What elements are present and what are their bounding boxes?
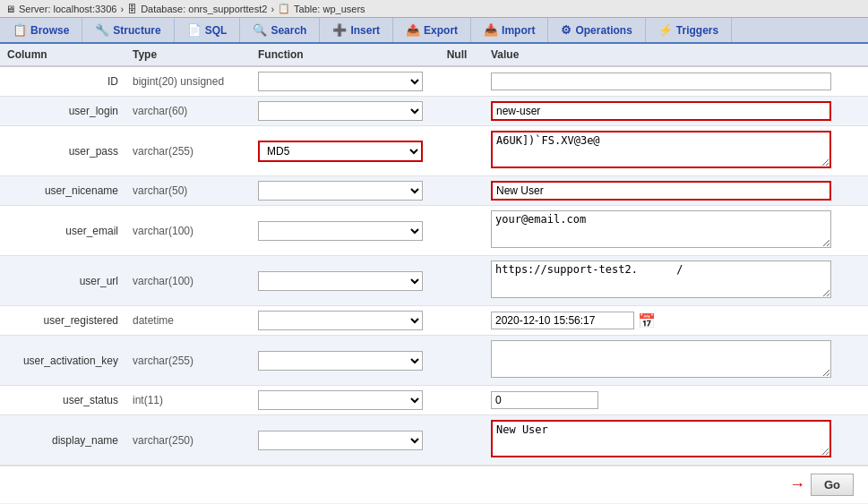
row-name-2: user_pass [0, 126, 125, 176]
tab-export[interactable]: 📤Export [393, 18, 471, 42]
calendar-icon[interactable]: 📅 [638, 312, 656, 329]
value-textarea-2[interactable] [491, 131, 831, 168]
function-select-6[interactable] [258, 311, 423, 330]
row-value-9[interactable] [484, 415, 868, 466]
row-function-5[interactable] [251, 256, 430, 306]
row-null-8 [430, 386, 484, 415]
row-type-1: varchar(60) [125, 97, 251, 126]
row-type-5: varchar(100) [125, 256, 251, 306]
col-header-null: Null [430, 44, 484, 66]
row-type-7: varchar(255) [125, 336, 251, 386]
tab-sql[interactable]: 📄SQL [175, 18, 241, 42]
table-row: IDbigint(20) unsigned [0, 66, 868, 97]
function-select-4[interactable] [258, 221, 423, 241]
table-row: user_passvarchar(255)MD5 [0, 126, 868, 176]
tab-browse[interactable]: 📋Browse [0, 18, 82, 42]
row-null-2 [430, 126, 484, 176]
row-function-4[interactable] [251, 206, 430, 256]
table-row: user_emailvarchar(100) [0, 206, 868, 256]
tab-insert[interactable]: ➕Insert [320, 18, 393, 42]
row-type-3: varchar(50) [125, 176, 251, 206]
row-name-5: user_url [0, 256, 125, 306]
row-name-9: display_name [0, 415, 125, 466]
value-textarea-4[interactable] [491, 210, 831, 248]
function-select-2[interactable]: MD5 [258, 141, 423, 162]
row-type-8: int(11) [125, 386, 251, 415]
row-type-4: varchar(100) [125, 206, 251, 256]
function-select-7[interactable] [258, 351, 423, 371]
tab-label-insert: Insert [350, 24, 380, 37]
table-row: display_namevarchar(250) [0, 415, 868, 466]
table-row: user_loginvarchar(60) [0, 97, 868, 126]
value-input-8[interactable] [491, 391, 598, 409]
row-value-0[interactable] [484, 66, 868, 97]
function-select-3[interactable] [258, 181, 423, 201]
tab-search[interactable]: 🔍Search [240, 18, 320, 42]
tab-label-operations: Operations [575, 24, 632, 37]
function-select-1[interactable] [258, 101, 423, 121]
footer-row: → Go [0, 466, 868, 503]
tab-bar: 📋Browse🔧Structure📄SQL🔍Search➕Insert📤Expo… [0, 18, 868, 44]
row-null-7 [430, 336, 484, 386]
value-input-1[interactable] [491, 101, 831, 121]
go-arrow-icon: → [789, 475, 805, 494]
tab-structure[interactable]: 🔧Structure [82, 18, 174, 42]
row-value-5[interactable] [484, 256, 868, 306]
structure-icon: 🔧 [95, 23, 109, 37]
function-select-8[interactable] [258, 390, 423, 410]
row-function-8[interactable] [251, 386, 430, 415]
row-type-2: varchar(255) [125, 126, 251, 176]
tab-operations[interactable]: ⚙Operations [548, 18, 645, 42]
sql-icon: 📄 [187, 23, 202, 37]
row-function-2[interactable]: MD5 [251, 126, 430, 176]
row-name-0: ID [0, 66, 125, 97]
row-null-1 [430, 97, 484, 126]
tab-label-triggers: Triggers [676, 24, 718, 37]
row-value-1[interactable] [484, 97, 868, 126]
server-icon: 🖥 [5, 4, 15, 14]
row-function-0[interactable] [251, 66, 430, 97]
value-textarea-7[interactable] [491, 340, 831, 378]
operations-icon: ⚙ [561, 23, 572, 37]
database-label: Database: onrs_supporttest2 [141, 4, 267, 14]
row-null-9 [430, 415, 484, 466]
row-function-3[interactable] [251, 176, 430, 206]
insert-table: Column Type Function Null Value IDbigint… [0, 44, 868, 466]
value-input-3[interactable] [491, 181, 831, 201]
row-type-0: bigint(20) unsigned [125, 66, 251, 97]
export-icon: 📤 [406, 23, 420, 37]
function-select-9[interactable] [258, 431, 423, 450]
row-function-1[interactable] [251, 97, 430, 126]
table-row: user_statusint(11) [0, 386, 868, 415]
row-value-6[interactable]: 📅 [484, 306, 868, 336]
browse-icon: 📋 [13, 23, 27, 37]
row-null-0 [430, 66, 484, 97]
go-button[interactable]: Go [811, 474, 854, 496]
tab-import[interactable]: 📥Import [471, 18, 548, 42]
function-select-0[interactable] [258, 72, 423, 91]
row-function-7[interactable] [251, 336, 430, 386]
insert-icon: ➕ [332, 23, 347, 37]
tab-label-sql: SQL [205, 24, 228, 37]
row-value-2[interactable] [484, 126, 868, 176]
row-function-6[interactable] [251, 306, 430, 336]
db-icon: 🗄 [127, 4, 137, 14]
import-icon: 📥 [484, 23, 498, 37]
row-name-6: user_registered [0, 306, 125, 336]
row-value-4[interactable] [484, 206, 868, 256]
row-type-6: datetime [125, 306, 251, 336]
value-datetime-6[interactable] [491, 312, 634, 329]
tab-label-search: Search [271, 24, 306, 37]
value-input-0[interactable] [491, 73, 831, 90]
row-value-3[interactable] [484, 176, 868, 206]
col-header-value: Value [484, 44, 868, 66]
tab-triggers[interactable]: ⚡Triggers [646, 18, 732, 42]
row-value-7[interactable] [484, 336, 868, 386]
function-select-5[interactable] [258, 271, 423, 291]
col-header-column: Column [0, 44, 125, 66]
search-icon: 🔍 [253, 23, 267, 37]
value-textarea-5[interactable] [491, 261, 831, 298]
row-value-8[interactable] [484, 386, 868, 415]
value-textarea-9[interactable] [491, 420, 831, 457]
row-function-9[interactable] [251, 415, 430, 466]
